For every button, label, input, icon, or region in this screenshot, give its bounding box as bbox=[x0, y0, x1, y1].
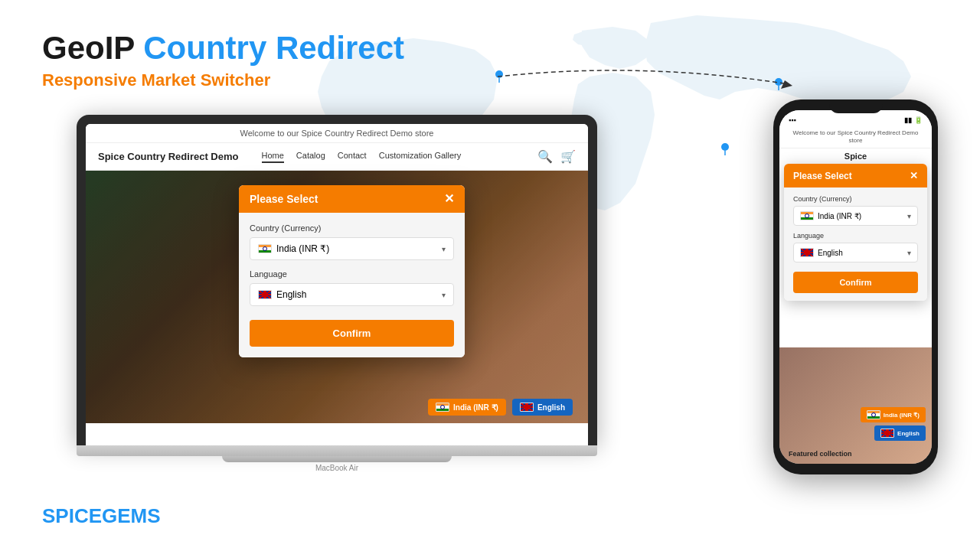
nav-link-gallery[interactable]: Customization Gallery bbox=[379, 151, 462, 163]
phone-badge-language: English bbox=[897, 430, 920, 437]
brand-logo: SPICEGEMS bbox=[42, 504, 161, 528]
country-flag-icon bbox=[258, 244, 272, 253]
country-currency-label: Country (Currency) bbox=[250, 223, 454, 233]
phone-language-flag bbox=[800, 248, 814, 257]
phone-screen: ▪▪▪ ▮▮ 🔋 Welcome to our Spice Country Re… bbox=[779, 110, 932, 464]
country-badge[interactable]: India (INR ₹) bbox=[428, 399, 506, 416]
uk-flag-icon bbox=[520, 403, 534, 412]
store-logo: Spice Country Redirect Demo bbox=[98, 151, 239, 162]
phone-topbar: Welcome to our Spice Country Redirect De… bbox=[779, 127, 932, 148]
page-subtitle: Responsive Market Switcher bbox=[42, 70, 404, 90]
phone-store-title: Spice bbox=[779, 148, 932, 164]
store-nav-icons: 🔍 🛒 bbox=[537, 149, 576, 164]
country-chevron-icon: ▾ bbox=[442, 245, 446, 253]
phone-language-badge[interactable]: English bbox=[874, 425, 926, 441]
phone-language-chevron: ▾ bbox=[907, 249, 911, 257]
phone-language-select[interactable]: English ▾ bbox=[793, 243, 918, 262]
nav-link-home[interactable]: Home bbox=[262, 151, 284, 163]
nav-link-catalog[interactable]: Catalog bbox=[296, 151, 325, 163]
modal-close-button[interactable]: ✕ bbox=[444, 193, 454, 205]
title-black: GeoIP bbox=[42, 30, 135, 66]
phone-country-badge[interactable]: India (INR ₹) bbox=[861, 407, 926, 422]
header-section: GeoIP Country Redirect Responsive Market… bbox=[42, 31, 404, 90]
phone-hero-bg bbox=[779, 347, 932, 464]
language-select-value: English bbox=[276, 289, 306, 300]
country-badge-label: India (INR ₹) bbox=[453, 403, 498, 412]
language-select[interactable]: English ▾ bbox=[250, 283, 454, 306]
language-label: Language bbox=[250, 269, 454, 279]
phone-country-label: Country (Currency) bbox=[793, 195, 918, 203]
language-badge-label: English bbox=[537, 403, 565, 412]
language-badge[interactable]: English bbox=[512, 399, 573, 416]
modal-header: Please Select ✕ bbox=[239, 185, 465, 213]
india-flag-icon bbox=[436, 403, 449, 412]
phone-country-select[interactable]: India (INR ₹) ▾ bbox=[793, 206, 918, 226]
phone-notch bbox=[829, 99, 883, 113]
phone-country-chevron: ▾ bbox=[907, 212, 911, 220]
phone-country-flag bbox=[800, 211, 814, 220]
modal-body: Country (Currency) India (INR ₹) ▾ Langu… bbox=[239, 213, 465, 357]
battery-icon: ▮▮ 🔋 bbox=[904, 116, 923, 124]
search-icon[interactable]: 🔍 bbox=[537, 149, 553, 164]
store-topbar: Welcome to our Spice Country Redirect De… bbox=[86, 124, 588, 143]
store-nav-links: Home Catalog Contact Customization Galle… bbox=[262, 151, 538, 163]
phone-modal-title: Please Select bbox=[793, 171, 852, 181]
page-title: GeoIP Country Redirect bbox=[42, 31, 404, 66]
phone-badge-country: India (INR ₹) bbox=[884, 412, 920, 419]
language-chevron-icon: ▾ bbox=[442, 291, 446, 299]
confirm-button[interactable]: Confirm bbox=[250, 320, 454, 347]
phone-modal: Please Select ✕ Country (Currency) India… bbox=[784, 164, 927, 301]
phone-badges: India (INR ₹) English bbox=[779, 407, 932, 441]
laptop-device: Welcome to our Spice Country Redirect De… bbox=[77, 115, 597, 472]
laptop-model-label: MacBook Air bbox=[77, 464, 597, 472]
phone-language-value: English bbox=[818, 249, 843, 257]
modal-title: Please Select bbox=[250, 193, 318, 205]
phone-modal-close[interactable]: ✕ bbox=[910, 170, 918, 181]
phone-device: ▪▪▪ ▮▮ 🔋 Welcome to our Spice Country Re… bbox=[773, 99, 938, 474]
phone-country-value: India (INR ₹) bbox=[818, 212, 861, 220]
laptop-modal: Please Select ✕ Country (Currency) India… bbox=[239, 185, 465, 357]
laptop-base bbox=[77, 445, 597, 456]
phone-badge-flag bbox=[867, 410, 880, 419]
phone-featured-label: Featured collection bbox=[789, 450, 852, 458]
country-select-value: India (INR ₹) bbox=[276, 243, 329, 254]
phone-modal-body: Country (Currency) India (INR ₹) ▾ Langu… bbox=[784, 187, 927, 301]
phone-language-label: Language bbox=[793, 232, 918, 240]
cart-icon[interactable]: 🛒 bbox=[560, 149, 576, 164]
country-select[interactable]: India (INR ₹) ▾ bbox=[250, 237, 454, 260]
title-blue: Country Redirect bbox=[135, 30, 404, 66]
screen-badges: India (INR ₹) English bbox=[428, 399, 573, 416]
store-nav: Spice Country Redirect Demo Home Catalog… bbox=[86, 143, 588, 171]
laptop-screen: Welcome to our Spice Country Redirect De… bbox=[86, 124, 588, 445]
laptop-stand bbox=[222, 456, 452, 462]
phone-confirm-button[interactable]: Confirm bbox=[793, 272, 918, 293]
svg-marker-3 bbox=[781, 80, 792, 89]
signal-icon: ▪▪▪ bbox=[789, 116, 796, 124]
phone-badge-lang-flag bbox=[880, 429, 894, 438]
nav-link-contact[interactable]: Contact bbox=[338, 151, 367, 163]
language-flag-icon bbox=[258, 290, 272, 299]
phone-modal-header: Please Select ✕ bbox=[784, 164, 927, 187]
